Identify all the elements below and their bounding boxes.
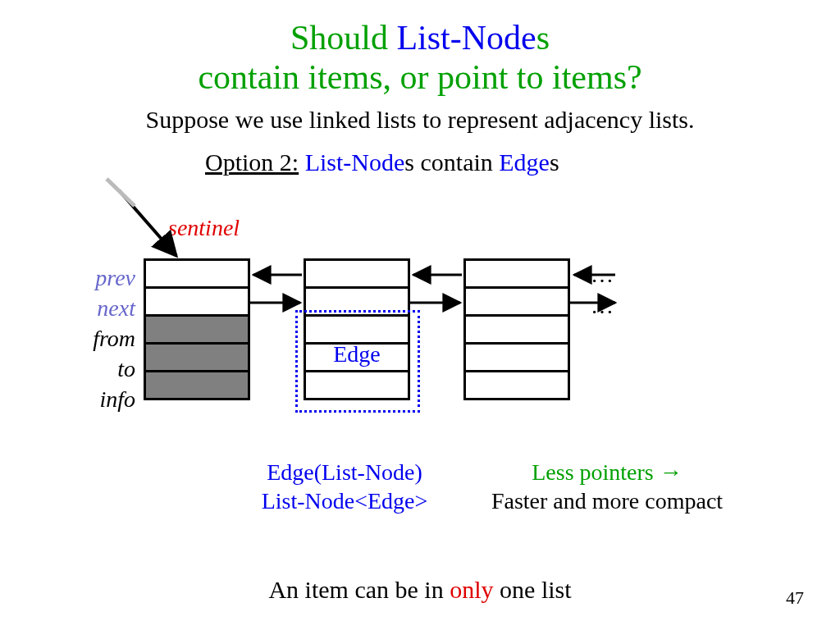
cell-prev	[463, 258, 570, 289]
caption-right-line-2: Faster and more compact	[468, 486, 746, 515]
less-pointers-text: Less pointers	[532, 459, 660, 485]
cell-prev	[144, 258, 250, 289]
label-from: from	[62, 323, 135, 354]
list-node-3	[463, 261, 570, 400]
cell-to	[463, 342, 570, 372]
title-word-listnode: List-Node	[396, 19, 536, 57]
field-labels: prev next from to info	[62, 262, 135, 414]
edge-inner-label: Edge	[304, 341, 410, 368]
cell-to	[144, 342, 250, 372]
caption-edge-list-node: Edge(List-Node) List-Node<Edge>	[238, 458, 451, 515]
arrow-icon: →	[660, 459, 682, 485]
label-info: info	[62, 384, 135, 414]
ellipsis-next: …	[591, 290, 614, 322]
option2-listnode: List-Node	[299, 148, 404, 176]
bottom-c: one list	[494, 576, 572, 603]
title-line2: contain items, or point to items?	[198, 58, 641, 96]
title-word-s: s	[536, 19, 550, 57]
bottom-statement: An item can be in only one list	[0, 576, 840, 604]
caption-less-pointers: Less pointers → Faster and more compact	[468, 458, 746, 515]
label-next: next	[62, 293, 135, 323]
caption-line-2: List-Node<Edge>	[238, 486, 451, 515]
caption-right-line-1: Less pointers →	[468, 458, 746, 486]
subtitle: Suppose we use linked lists to represent…	[0, 106, 840, 134]
cell-next	[463, 286, 570, 317]
cell-from	[144, 314, 250, 345]
slide-title: Should List-Nodes contain items, or poin…	[0, 0, 840, 98]
title-word-should: Should	[290, 19, 397, 57]
option2-text1: s contain	[404, 148, 499, 176]
page-number: 47	[786, 587, 804, 609]
caption-line-1: Edge(List-Node)	[238, 458, 451, 486]
bottom-a: An item can be in	[268, 576, 450, 603]
bottom-only: only	[450, 576, 493, 603]
sentinel-label: sentinel	[168, 215, 240, 241]
ellipsis-prev: …	[591, 259, 614, 290]
option2-edge: Edge	[499, 148, 550, 176]
cell-prev	[304, 258, 410, 289]
svg-line-1	[107, 179, 135, 206]
option2-text2: s	[550, 148, 559, 176]
cell-info	[144, 370, 250, 400]
ellipsis-group: … …	[591, 259, 614, 322]
option2-label: Option 2:	[205, 148, 299, 176]
label-to: to	[62, 354, 135, 384]
list-node-1	[144, 261, 250, 400]
cell-next	[144, 286, 250, 317]
cell-info	[463, 370, 570, 400]
cell-from	[463, 314, 570, 345]
option2-line: Option 2: List-Nodes contain Edges	[205, 148, 840, 176]
label-prev: prev	[62, 262, 135, 293]
